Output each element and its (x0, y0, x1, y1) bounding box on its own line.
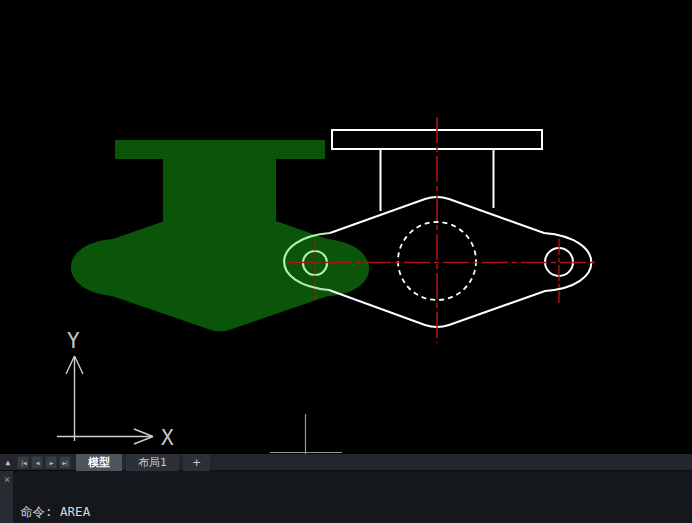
part-outline-entities[interactable] (329, 130, 591, 327)
centerline-entities[interactable] (287, 117, 597, 343)
tab-nav-first-button[interactable]: |◀ (17, 456, 29, 469)
command-line-gutter: × (0, 471, 13, 523)
tab-layout1[interactable]: 布局1 (126, 454, 179, 471)
ucs-x-label: X (161, 426, 174, 450)
crosshair-cursor (270, 414, 342, 454)
tabbar-expand-button[interactable]: ▲ (0, 455, 16, 470)
command-line-1: 命令: AREA (20, 504, 685, 519)
tab-nav-next-button[interactable]: ▶ (45, 456, 57, 469)
ucs-y-label: Y (67, 329, 80, 353)
drawing-canvas[interactable]: Y X (0, 0, 692, 454)
model-space-viewport[interactable]: Y X (0, 0, 692, 454)
ucs-icon: Y X (57, 329, 174, 450)
tab-nav-prev-button[interactable]: ◀ (31, 456, 43, 469)
command-line-panel[interactable]: × 命令: AREA 指定第一点或 [对象(O)/添加(A)/减去(S)]<对象… (0, 471, 692, 523)
tab-model[interactable]: 模型 (76, 454, 122, 471)
layout-tab-bar: ▲ |◀ ◀ ▶ ▶| 模型 布局1 + (0, 454, 692, 471)
cad-window: Y X ▲ |◀ ◀ ▶ ▶| 模型 布局1 + × 命令: AREA 指定第一… (0, 0, 692, 523)
tab-new-layout-button[interactable]: + (183, 454, 210, 471)
close-icon[interactable]: × (1, 474, 13, 486)
tab-nav-last-button[interactable]: ▶| (59, 456, 71, 469)
green-region-entity[interactable] (71, 140, 369, 332)
command-history[interactable]: 命令: AREA 指定第一点或 [对象(O)/添加(A)/减去(S)]<对象(O… (20, 473, 685, 523)
